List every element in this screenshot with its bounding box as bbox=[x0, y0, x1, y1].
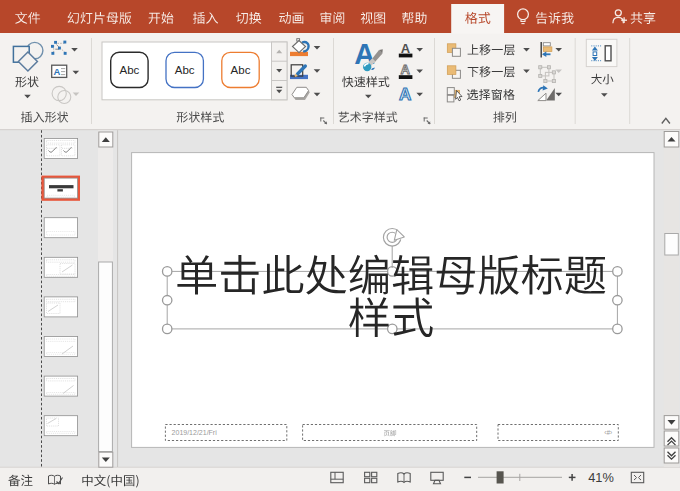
svg-text:A: A bbox=[399, 85, 411, 104]
svg-text:2019/12/21/Fri: 2019/12/21/Fri bbox=[172, 429, 218, 436]
svg-text:Abc: Abc bbox=[175, 64, 195, 76]
svg-text:Abc: Abc bbox=[231, 64, 251, 76]
svg-text:A: A bbox=[401, 62, 411, 77]
svg-text:A: A bbox=[53, 66, 60, 77]
svg-text:A: A bbox=[401, 41, 411, 56]
svg-text:Abc: Abc bbox=[119, 64, 139, 76]
svg-text:‹#›: ‹#› bbox=[604, 429, 612, 436]
svg-text:41%: 41% bbox=[588, 470, 614, 485]
